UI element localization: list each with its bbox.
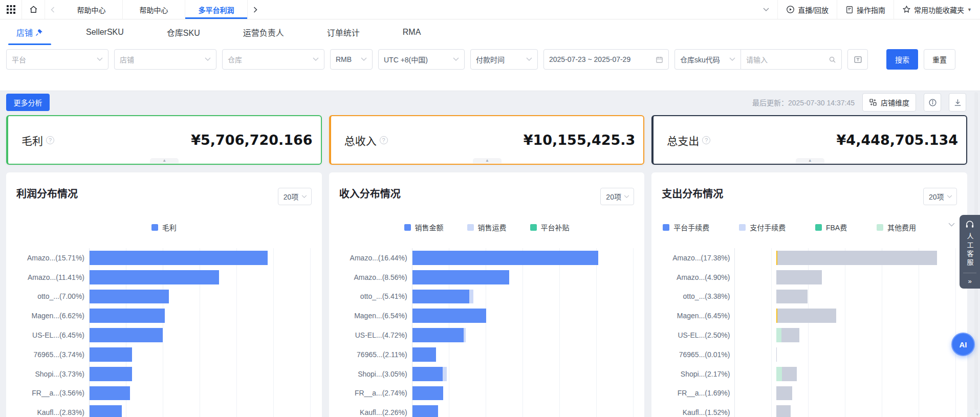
chart-row: Kaufl...(2.83%) xyxy=(16,403,314,417)
bar-segment[interactable] xyxy=(90,309,165,323)
platform-select[interactable]: 平台 xyxy=(6,49,108,70)
subnav-item-operator[interactable]: 运营负责人 xyxy=(242,19,285,45)
legend-more-button[interactable] xyxy=(948,223,955,227)
bar-segment[interactable] xyxy=(90,367,132,381)
subnav-item-order-stats[interactable]: 订单统计 xyxy=(326,19,361,45)
bar-segment[interactable] xyxy=(90,347,132,362)
bar-segment[interactable] xyxy=(412,270,509,284)
dimension-switch-button[interactable]: 店铺维度 xyxy=(862,93,916,112)
legend-item[interactable]: 销售运费 xyxy=(467,222,507,232)
bar-segment[interactable] xyxy=(782,367,797,381)
bar-track xyxy=(89,345,314,364)
card-collapse-tab[interactable] xyxy=(150,158,179,163)
legend-item[interactable]: FBA费 xyxy=(815,222,847,232)
tab-multi-platform-profit[interactable]: 多平台利润 xyxy=(185,0,248,19)
tabbar-collapse-button[interactable] xyxy=(755,0,777,19)
page-size-select[interactable]: 20项 xyxy=(600,188,634,205)
reset-button[interactable]: 重置 xyxy=(924,49,955,70)
legend-item[interactable]: 平台手续费 xyxy=(663,222,709,232)
subnav-item-warehouse-sku[interactable]: 仓库SKU xyxy=(166,19,201,45)
timezone-select[interactable]: UTC +8(中国) xyxy=(378,49,465,70)
legend-item[interactable]: 其他费用 xyxy=(877,222,916,232)
bar-segment[interactable] xyxy=(412,290,470,304)
bar-segment[interactable] xyxy=(443,367,447,381)
bar-segment[interactable] xyxy=(90,405,122,417)
time-type-select[interactable]: 付款时间 xyxy=(470,49,538,70)
card-collapse-tab[interactable] xyxy=(473,158,502,163)
bar-segment[interactable] xyxy=(776,367,781,381)
bar-segment[interactable] xyxy=(412,309,487,323)
legend-item[interactable]: 平台补贴 xyxy=(530,222,570,232)
bar-segment[interactable] xyxy=(776,328,781,342)
bar-segment[interactable] xyxy=(412,328,464,342)
bar-track xyxy=(412,403,637,417)
bar-track xyxy=(412,268,637,287)
bar-segment[interactable] xyxy=(776,290,808,304)
operation-guide-button[interactable]: 操作指南 xyxy=(837,0,894,19)
legend-item[interactable]: 支付手续费 xyxy=(739,222,786,232)
caret-down-icon: ▼ xyxy=(967,7,972,12)
tab-scroll-right-button[interactable] xyxy=(248,0,263,19)
pin-icon[interactable] xyxy=(35,29,43,36)
bar-segment[interactable] xyxy=(464,328,466,342)
subnav-item-sellersku[interactable]: SellerSKU xyxy=(85,19,125,45)
calendar-icon xyxy=(656,56,663,63)
bar-segment[interactable] xyxy=(90,386,130,401)
live-replay-button[interactable]: 直播/回放 xyxy=(777,0,837,19)
help-icon[interactable] xyxy=(46,136,54,144)
ai-assistant-button[interactable]: AI xyxy=(951,333,975,356)
sku-search-input[interactable]: 请输入 xyxy=(741,49,842,70)
analysis-toolbar: 更多分析 最后更新：2025-07-30 14:37:45 店铺维度 xyxy=(0,91,980,114)
bar-segment[interactable] xyxy=(777,251,938,265)
currency-select[interactable]: RMB xyxy=(330,49,373,70)
help-icon[interactable] xyxy=(380,136,388,144)
bar-segment[interactable] xyxy=(90,270,219,284)
app-menu-button[interactable] xyxy=(0,0,21,19)
bar-segment[interactable] xyxy=(776,270,822,284)
tab-help-center-1[interactable]: 帮助中心 xyxy=(60,0,123,19)
favorites-label: 常用功能收藏夹 xyxy=(914,5,964,15)
bar-segment[interactable] xyxy=(90,290,169,304)
search-button[interactable]: 搜索 xyxy=(886,49,918,70)
scroll-down-caret[interactable]: ▾ xyxy=(976,412,978,417)
legend-item[interactable]: 销售金额 xyxy=(404,222,444,232)
card-collapse-tab[interactable] xyxy=(796,158,824,163)
page-size-select[interactable]: 20项 xyxy=(923,188,957,205)
bar-segment[interactable] xyxy=(412,251,598,265)
bar-segment[interactable] xyxy=(90,251,268,265)
chart-row: Shopi...(2.17%) xyxy=(662,364,959,384)
bar-segment[interactable] xyxy=(412,386,444,401)
legend-swatch xyxy=(467,224,474,231)
bar-segment[interactable] xyxy=(90,328,163,342)
chart-row: 76965...(0.01%) xyxy=(662,345,959,364)
bar-segment[interactable] xyxy=(776,405,790,417)
help-icon[interactable] xyxy=(702,136,710,144)
subnav-item-shop[interactable]: 店铺 xyxy=(15,19,44,45)
favorites-menu-button[interactable]: 常用功能收藏夹 ▼ xyxy=(894,0,980,19)
batch-input-button[interactable] xyxy=(847,49,868,70)
subnav-item-rma[interactable]: RMA xyxy=(402,19,422,45)
customer-service-panel[interactable]: 人工客服 » xyxy=(960,215,980,289)
bar-segment[interactable] xyxy=(469,290,473,304)
download-button[interactable] xyxy=(949,93,966,112)
tab-scroll-left-button[interactable] xyxy=(45,0,60,19)
bar-segment[interactable] xyxy=(412,405,438,417)
info-button[interactable] xyxy=(924,93,941,112)
bar-segment[interactable] xyxy=(412,347,437,362)
warehouse-select[interactable]: 仓库 xyxy=(222,49,324,70)
date-range-picker[interactable]: 2025-07-23 ~ 2025-07-29 xyxy=(543,49,669,70)
sku-type-select[interactable]: 仓库sku代码 xyxy=(674,49,741,70)
filter-bar: 平台 店铺 仓库 RMB UTC +8(中国) 付款时间 xyxy=(6,49,955,70)
home-tab[interactable] xyxy=(21,0,45,19)
bar-segment[interactable] xyxy=(776,386,792,401)
bar-segment[interactable] xyxy=(777,309,836,323)
legend-item[interactable]: 毛利 xyxy=(151,222,177,232)
page-size-select[interactable]: 20项 xyxy=(278,188,312,205)
bar-segment[interactable] xyxy=(781,328,799,342)
shop-select[interactable]: 店铺 xyxy=(114,49,216,70)
panel-collapse-button[interactable]: » xyxy=(960,273,980,289)
bar-segment[interactable] xyxy=(412,367,443,381)
more-analysis-button[interactable]: 更多分析 xyxy=(6,94,50,111)
chevron-down-icon xyxy=(526,57,532,61)
tab-help-center-2[interactable]: 帮助中心 xyxy=(123,0,185,19)
